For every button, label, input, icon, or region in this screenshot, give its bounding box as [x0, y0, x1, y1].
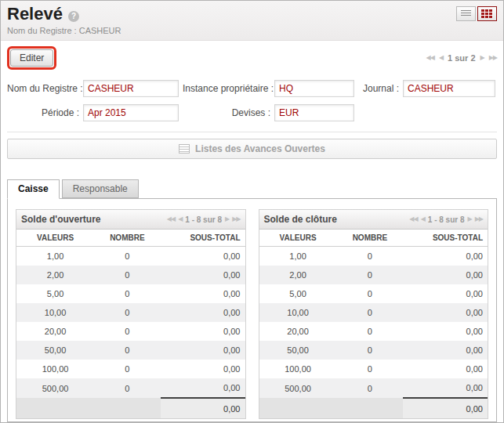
opening-table-pager: ◀◀ ◀ 1 - 8 sur 8 ▶ ▶▶	[167, 215, 241, 224]
column-header-soustotal[interactable]: SOUS-TOTAL	[403, 230, 488, 247]
nombre-cell: 0	[337, 247, 404, 266]
instance-label: Instance propriétaire :	[183, 83, 270, 94]
soustotal-cell: 0,00	[161, 341, 245, 360]
soustotal-cell: 0,00	[161, 378, 245, 398]
pager-prev-icon[interactable]: ◀	[178, 216, 182, 222]
table-row[interactable]: 2,0000,00	[259, 266, 488, 284]
soustotal-cell: 0,00	[403, 322, 488, 341]
table-row[interactable]: 20,0000,00	[259, 322, 488, 341]
column-header-nombre[interactable]: NOMBRE	[94, 230, 161, 247]
pager-prev-icon[interactable]: ◀	[421, 216, 425, 222]
empty-footer-cell	[16, 398, 94, 418]
nombre-cell: 0	[337, 266, 404, 284]
table-row[interactable]: 500,0000,00	[16, 378, 245, 398]
soustotal-cell: 0,00	[161, 247, 245, 266]
toolbar: Editer ◀◀ ◀ 1 sur 2 ▶ ▶▶	[1, 41, 503, 75]
pager-prev-icon[interactable]: ◀	[439, 55, 443, 61]
table-row[interactable]: 1,0000,00	[259, 247, 488, 266]
pager-first-icon[interactable]: ◀◀	[426, 55, 434, 61]
table-row[interactable]: 5,0000,00	[16, 284, 245, 303]
column-header-valeurs[interactable]: VALEURS	[259, 230, 337, 247]
pager-last-icon[interactable]: ▶▶	[475, 216, 483, 222]
valeurs-cell: 500,00	[16, 378, 94, 398]
nombre-cell: 0	[94, 247, 161, 266]
list-icon	[179, 144, 190, 154]
releve-window: Relevé? Nom du Registre : CASHEUR Editer…	[0, 0, 504, 423]
journal-label: Journal :	[358, 83, 399, 94]
valeurs-cell: 20,00	[259, 322, 337, 341]
help-icon[interactable]: ?	[68, 11, 79, 22]
tab-responsable[interactable]: Responsable	[62, 179, 139, 198]
table-row[interactable]: 50,0000,00	[16, 341, 245, 360]
pager-label: 1 sur 2	[448, 53, 475, 63]
column-header-nombre[interactable]: NOMBRE	[337, 230, 404, 247]
pager-next-icon[interactable]: ▶	[468, 216, 472, 222]
tab-caisse[interactable]: Caisse	[7, 179, 60, 199]
soustotal-cell: 0,00	[403, 341, 488, 360]
subtitle-label: Nom du Registre :	[7, 26, 77, 35]
soustotal-cell: 0,00	[403, 303, 488, 322]
list-lines-icon	[461, 10, 471, 17]
table-row[interactable]: 2,0000,00	[16, 266, 245, 284]
edit-button[interactable]: Editer	[10, 49, 53, 67]
nombre-cell: 0	[94, 266, 161, 284]
pager-label: 1 - 8 sur 8	[185, 215, 222, 224]
tab-content-caisse: Solde d'ouverture ◀◀ ◀ 1 - 8 sur 8 ▶ ▶▶	[7, 198, 497, 422]
balance-tables: Solde d'ouverture ◀◀ ◀ 1 - 8 sur 8 ▶ ▶▶	[16, 209, 488, 419]
table-row[interactable]: 1,0000,00	[16, 247, 245, 266]
nombre-cell: 0	[337, 360, 404, 378]
soustotal-cell: 0,00	[403, 266, 488, 284]
page-header: Relevé? Nom du Registre : CASHEUR	[1, 1, 503, 41]
valeurs-cell: 100,00	[16, 360, 94, 378]
grid-icon	[481, 9, 493, 18]
column-header-row: VALEURS NOMBRE SOUS-TOTAL	[259, 230, 488, 247]
nombre-cell: 0	[94, 284, 161, 303]
avances-button[interactable]: Listes des Avances Ouvertes	[7, 139, 497, 159]
table-row[interactable]: 20,0000,00	[16, 322, 245, 341]
tab-bar: Caisse Responsable	[7, 179, 497, 198]
table-row[interactable]: 100,0000,00	[16, 360, 245, 378]
nombre-cell: 0	[94, 303, 161, 322]
table-row[interactable]: 500,0000,00	[259, 378, 488, 398]
valeurs-cell: 1,00	[259, 247, 337, 266]
closing-total: 0,00	[403, 398, 488, 418]
notebook: Caisse Responsable Solde d'ouverture ◀◀ …	[7, 179, 497, 422]
opening-table-title: Solde d'ouverture	[21, 214, 101, 225]
total-row: 0,00	[16, 398, 245, 418]
table-row[interactable]: 10,0000,00	[259, 303, 488, 322]
instance-field[interactable]: HQ	[274, 80, 354, 97]
pager-next-icon[interactable]: ▶	[480, 55, 484, 61]
periode-label: Période :	[7, 107, 79, 118]
column-header-valeurs[interactable]: VALEURS	[16, 230, 94, 247]
table-row[interactable]: 10,0000,00	[16, 303, 245, 322]
periode-field[interactable]: Apr 2015	[83, 104, 179, 121]
view-switcher	[456, 6, 497, 21]
empty-footer-cell	[259, 398, 337, 418]
valeurs-cell: 100,00	[259, 360, 337, 378]
pager-first-icon[interactable]: ◀◀	[409, 216, 417, 222]
devises-field[interactable]: EUR	[274, 104, 354, 121]
registre-field[interactable]: CASHEUR	[83, 80, 179, 97]
table-row[interactable]: 100,0000,00	[259, 360, 488, 378]
breadcrumb: Nom du Registre : CASHEUR	[7, 26, 497, 35]
pager-label: 1 - 8 sur 8	[428, 215, 465, 224]
form-view-icon[interactable]	[477, 6, 497, 21]
pager-last-icon[interactable]: ▶▶	[232, 216, 240, 222]
column-header-soustotal[interactable]: SOUS-TOTAL	[161, 230, 245, 247]
pager-last-icon[interactable]: ▶▶	[489, 55, 497, 61]
opening-grid: VALEURS NOMBRE SOUS-TOTAL 1,0000,002,000…	[16, 230, 245, 418]
table-row[interactable]: 50,0000,00	[259, 341, 488, 360]
soustotal-cell: 0,00	[161, 322, 245, 341]
nombre-cell: 0	[94, 378, 161, 398]
list-view-icon[interactable]	[456, 6, 476, 21]
soustotal-cell: 0,00	[161, 266, 245, 284]
valeurs-cell: 2,00	[259, 266, 337, 284]
pager-next-icon[interactable]: ▶	[225, 216, 229, 222]
nombre-cell: 0	[337, 322, 404, 341]
page-title: Relevé	[7, 4, 63, 24]
nombre-cell: 0	[337, 303, 404, 322]
pager-first-icon[interactable]: ◀◀	[167, 216, 175, 222]
valeurs-cell: 5,00	[16, 284, 94, 303]
table-row[interactable]: 5,0000,00	[259, 284, 488, 303]
journal-field[interactable]: CASHEUR	[403, 80, 495, 97]
